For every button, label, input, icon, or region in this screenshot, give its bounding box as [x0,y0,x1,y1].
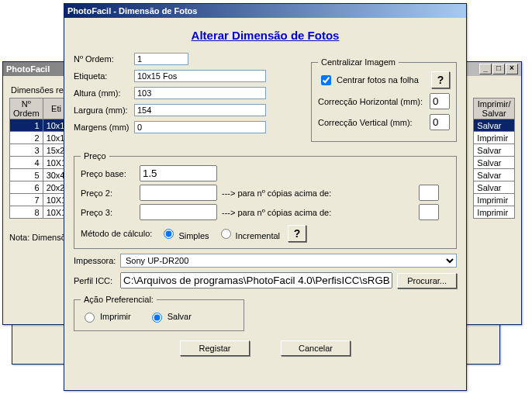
altura-label: Altura (mm): [74,88,134,98]
preco2-input[interactable] [140,185,217,201]
largura-input[interactable] [134,104,266,116]
table-row[interactable]: 530x4 [10,169,70,181]
help-button[interactable]: ? [288,225,306,242]
impressora-select[interactable]: Sony UP-DR200 [120,254,457,268]
acao-fieldset: Ação Preferencial: Imprimir Salvar [74,295,244,331]
preco-legend: Preço [81,151,109,161]
titlebar-dialog[interactable]: PhotoFacil - Dimensão de Fotos [64,4,466,18]
margens-label: Margens (mm) [74,123,134,132]
table-row[interactable]: 110x1 [10,119,70,132]
col-ordem-header[interactable]: Nº Ordem [10,98,43,119]
dialog-title: PhotoFacil - Dimensão de Fotos [67,6,197,16]
copies-hint-2: ---> para nº cópias acima de: [222,188,414,198]
preco-base-label: Preço base: [81,169,135,178]
header-link[interactable]: Alterar Dimensão de Fotos [192,29,340,42]
table-row[interactable]: 710X1 [10,194,70,206]
impressora-label: Impessora: [74,256,120,265]
table-row[interactable]: Imprimir [474,132,515,144]
registar-button[interactable]: Registar [180,340,250,356]
altura-input[interactable] [134,87,266,99]
preco3-input[interactable] [140,204,217,220]
table-row[interactable]: 620x2 [10,181,70,194]
cancelar-button[interactable]: Cancelar [281,340,351,356]
table-row[interactable]: 810X1 [10,206,70,219]
etiqueta-input[interactable] [134,70,266,82]
minimize-button[interactable]: _ [479,64,492,74]
copies2-input[interactable] [419,185,439,201]
etiqueta-label: Etiqueta: [74,71,134,81]
table-row[interactable]: Imprimir [474,194,515,206]
table-row[interactable]: Salvar [474,157,515,169]
method-label: Método de cálculo: [81,229,152,238]
table-row[interactable]: Imprimir [474,206,515,219]
table-row[interactable]: Salvar [474,181,515,194]
corr-h-label: Correcção Horizontal (mm): [318,97,427,106]
table-row[interactable]: Salvar [474,119,515,132]
col-imprimir-header[interactable]: Imprimir/ Salvar [474,98,515,119]
close-button[interactable]: × [506,64,518,74]
table-row[interactable]: 210x1 [10,132,70,144]
margens-input[interactable] [134,121,266,133]
acao-legend: Ação Preferencial: [81,295,157,304]
icc-label: Perfil ICC: [74,276,116,285]
corr-h-input[interactable] [430,93,450,109]
table-row[interactable]: 315x2 [10,144,70,157]
corr-v-label: Correcção Vertical (mm): [318,118,427,127]
centrar-checkbox[interactable] [321,75,331,85]
radio-incremental[interactable]: Incremental [217,226,281,240]
radio-salvar[interactable]: Salvar [148,310,192,323]
centralizar-legend: Centralizar Imagem [318,57,399,67]
browse-button[interactable]: Procurar... [397,273,457,289]
radio-imprimir[interactable]: Imprimir [81,310,131,323]
copies3-input[interactable] [419,204,439,220]
grid-header: Imprimir/ Salvar [474,98,515,119]
edit-dialog: PhotoFacil - Dimensão de Fotos Alterar D… [64,3,467,391]
centralizar-fieldset: Centralizar Imagem Centrar fotos na folh… [311,57,457,142]
preco3-label: Preço 3: [81,208,135,217]
table-row[interactable]: Salvar [474,144,515,157]
copies-hint-3: ---> para nº cópias acima de: [222,208,414,217]
centrar-label: Centrar fotos na folha [337,75,419,85]
table-row[interactable]: Salvar [474,169,515,181]
maximize-button[interactable]: □ [492,64,505,74]
corr-v-input[interactable] [430,114,450,130]
grid-right: Imprimir/ Salvar Salvar Imprimir Salvar … [473,98,515,219]
dialog-header: Alterar Dimensão de Fotos [74,29,457,42]
preco-fieldset: Preço Preço base: Preço 2: ---> para nº … [74,151,457,249]
icc-input[interactable] [120,272,392,289]
preco-base-input[interactable] [140,165,217,181]
ordem-label: Nº Ordem: [74,54,134,64]
largura-label: Largura (mm): [74,105,134,115]
window-controls: _ □ × [479,64,518,74]
titlebar-text: PhotoFacil [6,64,50,74]
grid-left: Nº Ordem Eti 110x1 210x1 315x2 410X1 530… [9,98,70,219]
radio-simples[interactable]: Simples [160,226,209,240]
ordem-input[interactable] [134,53,188,65]
grid-header: Nº Ordem Eti [10,98,70,119]
table-row[interactable]: 410X1 [10,157,70,169]
preco2-label: Preço 2: [81,188,135,198]
help-button[interactable]: ? [431,71,450,88]
